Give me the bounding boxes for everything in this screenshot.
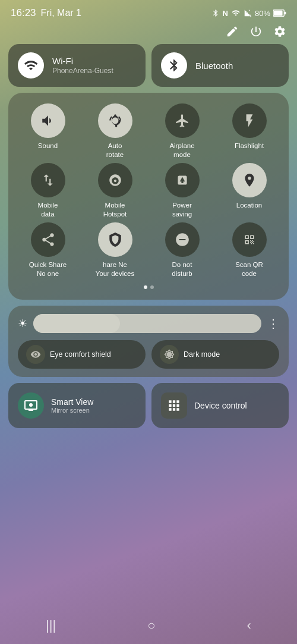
- back-button[interactable]: ‹: [247, 618, 251, 633]
- device-control-icon: [166, 398, 182, 413]
- dnd-label: Do notdisturb: [172, 260, 192, 278]
- wifi-icon: [24, 58, 38, 73]
- battery-icon: [273, 10, 286, 17]
- smart-view-icon: [24, 398, 38, 413]
- power-saving-btn[interactable]: [165, 163, 200, 197]
- airplane-icon: [175, 113, 190, 128]
- device-control-tile[interactable]: Device control: [151, 383, 289, 428]
- mobile-data-tile[interactable]: Mobiledata: [17, 163, 79, 219]
- quick-share-icon: [40, 232, 56, 247]
- top-controls: [0, 23, 297, 44]
- recents-button[interactable]: |||: [46, 618, 56, 633]
- eye-comfort-icon-circle: [26, 345, 45, 364]
- svg-rect-2: [285, 12, 286, 15]
- smart-view-subtitle: Mirror screen: [51, 407, 93, 414]
- bluetooth-info: Bluetooth: [195, 61, 233, 71]
- battery-text: 80%: [255, 9, 270, 18]
- sound-label: Sound: [38, 142, 58, 150]
- nearby-share-label: hare NeYour devices: [96, 260, 134, 278]
- eye-comfort-icon: [30, 349, 41, 360]
- device-control-title: Device control: [194, 401, 247, 410]
- svg-rect-1: [274, 10, 283, 15]
- location-tile[interactable]: Location: [218, 163, 280, 219]
- signal-icon: [244, 9, 252, 17]
- wifi-tile[interactable]: Wi-Fi PhoneArena-Guest: [8, 44, 146, 87]
- device-control-icon-wrap: [161, 392, 187, 419]
- flashlight-label: Flashlight: [235, 142, 264, 150]
- quick-share-tile[interactable]: Quick ShareNo one: [17, 222, 79, 278]
- dot-2: [150, 285, 154, 289]
- brightness-more-btn[interactable]: ⋮: [267, 316, 279, 331]
- dark-mode-toggle[interactable]: Dark mode: [151, 340, 279, 369]
- scan-qr-icon: [242, 232, 257, 247]
- status-icons: N 80%: [211, 9, 286, 18]
- quick-grid: Sound Autorotate Airplanemode Flashlight: [17, 103, 280, 278]
- auto-rotate-btn[interactable]: [98, 103, 132, 138]
- svg-point-3: [29, 403, 33, 407]
- mobile-data-btn[interactable]: [31, 163, 65, 197]
- scan-qr-btn[interactable]: [232, 222, 267, 257]
- bluetooth-icon-circle: [161, 52, 187, 78]
- location-label: Location: [236, 201, 262, 210]
- hotspot-label: MobileHotspot: [103, 201, 127, 219]
- dnd-icon: [175, 232, 190, 247]
- bottom-tiles: Smart View Mirror screen Device control: [0, 383, 297, 428]
- pagination-dots: [17, 285, 280, 289]
- auto-rotate-label: Autorotate: [106, 142, 124, 159]
- toggle-row: Eye comfort shield Dark mode: [18, 340, 279, 369]
- home-button[interactable]: ○: [147, 618, 155, 633]
- eye-comfort-toggle[interactable]: Eye comfort shield: [18, 340, 146, 369]
- airplane-tile[interactable]: Airplanemode: [151, 103, 213, 159]
- wide-tiles-row: Wi-Fi PhoneArena-Guest Bluetooth: [0, 44, 297, 87]
- auto-rotate-icon: [108, 113, 123, 128]
- nav-bar: ||| ○ ‹: [0, 611, 297, 644]
- bluetooth-tile[interactable]: Bluetooth: [151, 44, 289, 87]
- status-date: Fri, Mar 1: [41, 8, 81, 18]
- eye-comfort-label: Eye comfort shield: [50, 350, 111, 359]
- quick-share-label: Quick ShareNo one: [29, 260, 67, 278]
- flashlight-icon: [242, 113, 257, 128]
- hotspot-btn[interactable]: [98, 163, 132, 197]
- power-icon[interactable]: [249, 25, 263, 38]
- smart-view-tile[interactable]: Smart View Mirror screen: [8, 383, 146, 428]
- hotspot-tile[interactable]: MobileHotspot: [84, 163, 146, 219]
- auto-rotate-tile[interactable]: Autorotate: [84, 103, 146, 159]
- bluetooth-label: Bluetooth: [195, 61, 233, 71]
- device-control-text: Device control: [194, 401, 247, 410]
- dnd-tile[interactable]: Do notdisturb: [151, 222, 213, 278]
- nearby-share-btn[interactable]: [98, 222, 132, 257]
- brightness-track[interactable]: [33, 314, 261, 333]
- flashlight-btn[interactable]: [232, 103, 267, 138]
- scan-qr-tile[interactable]: Scan QRcode: [218, 222, 280, 278]
- airplane-btn[interactable]: [165, 103, 200, 138]
- sound-tile[interactable]: Sound: [17, 103, 79, 159]
- smart-view-text: Smart View Mirror screen: [51, 397, 93, 414]
- bluetooth-icon: [167, 58, 181, 73]
- quick-share-btn[interactable]: [31, 222, 65, 257]
- brightness-row: ☀ ⋮: [18, 314, 279, 333]
- power-saving-icon: [175, 172, 190, 188]
- scan-qr-label: Scan QRcode: [235, 260, 263, 278]
- power-saving-tile[interactable]: Powersaving: [151, 163, 213, 219]
- wifi-icon-circle: [18, 52, 44, 78]
- location-btn[interactable]: [232, 163, 267, 197]
- brightness-panel: ☀ ⋮ Eye comfort shield Dark mode: [8, 306, 289, 377]
- smart-view-title: Smart View: [51, 397, 93, 407]
- airplane-label: Airplanemode: [169, 142, 194, 159]
- status-time: 16:23: [11, 7, 36, 19]
- quick-tiles-panel: Sound Autorotate Airplanemode Flashlight: [8, 93, 289, 300]
- wifi-sublabel: PhoneArena-Guest: [52, 67, 113, 75]
- location-icon: [242, 172, 257, 188]
- edit-icon[interactable]: [226, 25, 239, 38]
- nearby-share-tile[interactable]: hare NeYour devices: [84, 222, 146, 278]
- settings-icon[interactable]: [273, 25, 286, 38]
- mobile-data-label: Mobiledata: [38, 201, 58, 219]
- status-bar: 16:23 Fri, Mar 1 N 80%: [0, 0, 297, 23]
- sound-btn[interactable]: [31, 103, 65, 138]
- mobile-data-icon: [40, 172, 56, 188]
- hotspot-icon: [108, 172, 123, 188]
- brightness-fill: [33, 314, 120, 333]
- flashlight-tile[interactable]: Flashlight: [218, 103, 280, 159]
- dnd-btn[interactable]: [165, 222, 200, 257]
- nearby-share-icon: [108, 232, 123, 247]
